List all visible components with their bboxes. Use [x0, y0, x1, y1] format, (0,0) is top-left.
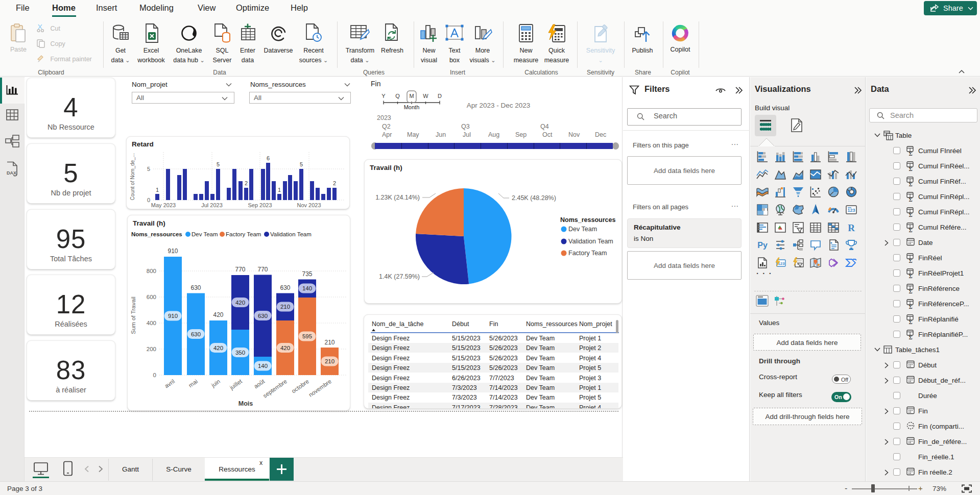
- svg-text:7/28/2023: 7/28/2023: [489, 404, 518, 408]
- svg-text:6/26/2023: 6/26/2023: [452, 375, 481, 382]
- svg-text:5/15/2023: 5/15/2023: [452, 335, 481, 342]
- svg-text:Dev Team: Dev Team: [526, 404, 555, 408]
- svg-text:5/15/2023: 5/15/2023: [452, 355, 481, 362]
- svg-text:Σ: Σ: [909, 304, 912, 309]
- svg-text:0: 0: [147, 197, 150, 203]
- svg-text:Q: Q: [395, 93, 400, 99]
- svg-text:Projet 5: Projet 5: [579, 364, 601, 372]
- svg-text:5/26/2023: 5/26/2023: [489, 335, 518, 342]
- svg-text:420: 420: [213, 345, 223, 351]
- svg-text:140: 140: [258, 363, 268, 369]
- svg-text:420: 420: [280, 345, 290, 351]
- svg-text:Py: Py: [757, 241, 768, 250]
- svg-text:1: 1: [278, 187, 281, 193]
- svg-text:Début: Début: [452, 320, 469, 328]
- svg-text:Noms_ressources: Noms_ressources: [131, 231, 182, 237]
- svg-text:Projet 5: Projet 5: [579, 394, 601, 401]
- svg-text:Dev Team: Dev Team: [526, 355, 555, 362]
- svg-text:DAX: DAX: [7, 170, 16, 176]
- svg-text:140: 140: [302, 285, 312, 291]
- svg-text:5: 5: [300, 161, 303, 167]
- svg-text:Jul 2023: Jul 2023: [201, 202, 223, 208]
- svg-text:Σ: Σ: [909, 181, 912, 187]
- svg-text:Projet 3: Projet 3: [579, 375, 601, 382]
- svg-text:910: 910: [168, 313, 178, 319]
- svg-text:Fin: Fin: [489, 320, 498, 328]
- svg-text:5/15/2023: 5/15/2023: [452, 364, 481, 372]
- svg-text:novembre: novembre: [307, 378, 332, 398]
- svg-text:7/14/2023: 7/14/2023: [489, 394, 518, 401]
- svg-text:2.45K (48.28%): 2.45K (48.28%): [512, 194, 556, 202]
- svg-text:May 2023: May 2023: [151, 202, 176, 208]
- svg-text:Dev Team: Dev Team: [192, 231, 218, 237]
- svg-text:210: 210: [324, 339, 334, 346]
- svg-text:Σ: Σ: [909, 334, 912, 340]
- svg-text:Validation Team: Validation Team: [568, 238, 613, 245]
- svg-text:7/17/2023: 7/17/2023: [452, 404, 481, 408]
- svg-text:Projet 2: Projet 2: [579, 344, 601, 352]
- svg-text:2: 2: [245, 180, 248, 186]
- svg-text:Σ: Σ: [909, 151, 912, 156]
- svg-text:Noms_ressources: Noms_ressources: [560, 216, 615, 224]
- svg-text:5/15/2023: 5/15/2023: [452, 344, 481, 352]
- svg-text:M: M: [409, 93, 414, 99]
- svg-text:R: R: [848, 222, 855, 233]
- svg-text:Factory Team: Factory Team: [226, 231, 261, 237]
- svg-text:Dev Team: Dev Team: [526, 335, 555, 342]
- svg-text:Travail (h): Travail (h): [133, 219, 165, 227]
- svg-text:Projet 4: Projet 4: [579, 355, 601, 362]
- svg-text:7/14/2023: 7/14/2023: [489, 384, 518, 391]
- svg-text:Factory Team: Factory Team: [568, 250, 607, 257]
- svg-text:210: 210: [280, 304, 290, 310]
- svg-text:septembre: septembre: [262, 378, 288, 399]
- svg-text:1.4K (27.59%): 1.4K (27.59%): [379, 273, 420, 280]
- svg-text:7/7/2023: 7/7/2023: [489, 375, 514, 382]
- svg-text:D: D: [438, 93, 442, 99]
- svg-text:mai: mai: [187, 378, 199, 388]
- svg-text:630: 630: [280, 284, 290, 291]
- svg-text:Σ: Σ: [909, 319, 912, 325]
- svg-text:7/3/2023: 7/3/2023: [452, 384, 477, 391]
- svg-text:5: 5: [217, 161, 220, 167]
- svg-text:juillet: juillet: [228, 378, 244, 391]
- svg-text:5/26/2023: 5/26/2023: [489, 344, 518, 352]
- svg-text:770: 770: [257, 266, 268, 273]
- svg-text:1: 1: [156, 187, 159, 193]
- svg-text:123: 123: [847, 208, 855, 213]
- svg-text:2: 2: [333, 180, 336, 186]
- svg-text:Projet 1: Projet 1: [579, 335, 601, 342]
- svg-text:Dev Team: Dev Team: [526, 375, 555, 382]
- svg-text:5/26/2023: 5/26/2023: [489, 364, 518, 372]
- svg-text:Design Freez: Design Freez: [372, 355, 410, 362]
- svg-text:630: 630: [258, 313, 268, 319]
- svg-text:735: 735: [302, 270, 312, 278]
- svg-text:Count of Nom_de_...: Count of Nom_de_...: [130, 153, 135, 200]
- svg-text:Σ: Σ: [909, 196, 912, 202]
- svg-text:1.23K (24.14%): 1.23K (24.14%): [375, 194, 420, 201]
- svg-text:Σ: Σ: [909, 212, 912, 217]
- svg-text:Dev Team: Dev Team: [526, 364, 555, 372]
- svg-text:Σ: Σ: [909, 227, 912, 233]
- svg-text:Dev Team: Dev Team: [526, 384, 555, 391]
- svg-text:Design Freez: Design Freez: [372, 375, 410, 382]
- svg-text:Nov 2023: Nov 2023: [297, 202, 321, 208]
- svg-text:400: 400: [147, 320, 156, 326]
- svg-text:Retard: Retard: [132, 140, 154, 148]
- svg-text:210: 210: [325, 358, 334, 364]
- svg-text:W: W: [423, 93, 428, 99]
- svg-text:Design Freez: Design Freez: [372, 364, 410, 372]
- svg-text:200: 200: [147, 346, 156, 352]
- svg-text:Travail (h): Travail (h): [370, 164, 402, 171]
- svg-text:630: 630: [190, 284, 201, 291]
- svg-text:595: 595: [302, 333, 312, 339]
- svg-text:5/26/2023: 5/26/2023: [489, 355, 518, 362]
- svg-text:600: 600: [147, 294, 156, 300]
- svg-text:Nom_de_la_tâche: Nom_de_la_tâche: [372, 320, 424, 328]
- svg-text:Design Freez: Design Freez: [372, 384, 410, 391]
- svg-text:Σ: Σ: [909, 288, 912, 294]
- svg-text:août: août: [253, 378, 266, 389]
- svg-text:Σ: Σ: [909, 258, 912, 263]
- svg-text:Y: Y: [381, 93, 386, 99]
- svg-text:910: 910: [168, 247, 178, 255]
- svg-text:Projet 1: Projet 1: [579, 384, 601, 391]
